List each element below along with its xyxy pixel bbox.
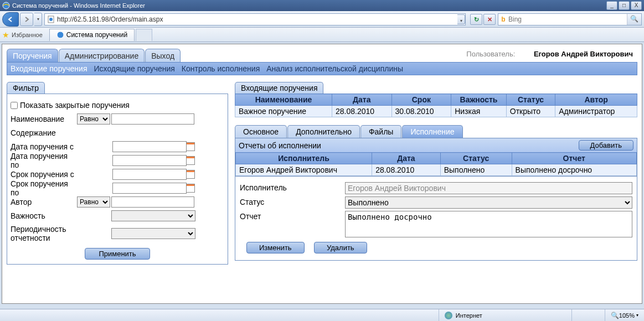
subnav-analysis[interactable]: Анализ исполнительской дисциплины — [266, 64, 403, 73]
refresh-button[interactable]: ↻ — [470, 14, 482, 25]
filter-datefrom-input[interactable] — [112, 141, 187, 152]
recent-pages-dropdown[interactable]: ▾ — [34, 13, 42, 26]
report-label: Отчет — [240, 211, 345, 221]
col-due[interactable]: Срок — [391, 94, 451, 106]
star-icon[interactable]: ★ — [2, 30, 9, 39]
back-button[interactable] — [2, 12, 19, 27]
col-name[interactable]: Наименование — [235, 94, 332, 106]
user-label: Пользователь: — [466, 50, 515, 58]
filter-name-input[interactable] — [111, 113, 194, 125]
zoom-section[interactable]: 🔍 105% ▾ — [605, 309, 644, 321]
status-label: Статус — [240, 196, 345, 206]
table-row[interactable]: Егоров Андрей Викторович 28.08.2010 Выпо… — [236, 164, 637, 176]
table-row[interactable]: Важное поручение 28.08.2010 30.08.2010 Н… — [235, 106, 637, 117]
show-closed-checkbox[interactable] — [11, 102, 18, 109]
favorites-bar: ★ Избранное Система поручений — [0, 28, 644, 42]
search-bar: b 🔍 — [498, 13, 642, 25]
dtab-main[interactable]: Основное — [235, 125, 287, 138]
report-textarea[interactable] — [345, 211, 632, 237]
browser-tab[interactable]: Система поручений — [49, 29, 135, 41]
filter-importance-label: Важность — [11, 211, 77, 220]
orders-table: Наименование Дата Срок Важность Статус А… — [235, 94, 637, 117]
dtab-execution[interactable]: Исполнение — [402, 125, 462, 138]
search-button[interactable]: 🔍 — [627, 14, 641, 25]
url-input[interactable] — [57, 15, 457, 23]
tab-exit[interactable]: Выход — [145, 49, 181, 62]
executor-field — [345, 182, 632, 194]
col-status[interactable]: Статус — [506, 94, 555, 106]
filter-periodicity-label: Периодичность отчетности — [11, 225, 77, 242]
subnav-incoming[interactable]: Входящие поручения — [11, 64, 87, 73]
subnav-control[interactable]: Контроль исполнения — [182, 64, 260, 73]
page-content: Поручения Администрирование Выход Пользо… — [2, 44, 642, 304]
minimize-button[interactable]: _ — [606, 1, 617, 10]
magnifier-icon: 🔍 — [611, 312, 619, 319]
browser-navbar: ▾ ▾ ↻ ✕ b 🔍 — [0, 11, 644, 28]
col-importance[interactable]: Важность — [451, 94, 507, 106]
col-rdate[interactable]: Дата — [372, 153, 441, 164]
report-form: Исполнитель Статус Выполнено Отчет Измен… — [235, 177, 637, 261]
sub-navigation: Входящие поручения Исходящие поручения К… — [7, 62, 637, 75]
ie-icon — [56, 31, 64, 39]
main-tabs: Поручения Администрирование Выход Пользо… — [7, 49, 637, 62]
new-tab-button[interactable] — [136, 29, 152, 41]
favorites-label[interactable]: Избранное — [12, 32, 43, 38]
dtab-additional[interactable]: Дополнительно — [287, 125, 360, 138]
filter-dueto-input[interactable] — [112, 183, 187, 194]
filter-dueto-label: Срок поручения по — [11, 179, 77, 197]
window-title: Система поручений - Windows Internet Exp… — [12, 2, 606, 9]
col-rstatus[interactable]: Статус — [440, 153, 512, 164]
filter-name-op[interactable]: Равно — [77, 113, 110, 125]
calendar-icon[interactable] — [186, 170, 195, 179]
filter-dateto-input[interactable] — [112, 155, 187, 166]
bing-icon: b — [498, 15, 508, 23]
page-icon — [47, 15, 55, 23]
filter-importance-select[interactable] — [111, 210, 195, 221]
ie-icon — [2, 2, 10, 9]
col-date[interactable]: Дата — [332, 94, 391, 106]
delete-button[interactable]: Удалить — [314, 242, 367, 253]
user-name: Егоров Андрей Викторович — [534, 50, 633, 58]
show-closed-label: Показать закрытые поручения — [20, 101, 130, 110]
protected-mode — [571, 309, 605, 321]
chevron-down-icon: ▾ — [636, 313, 638, 318]
apply-filter-button[interactable]: Применить — [85, 248, 150, 260]
add-report-button[interactable]: Добавить — [579, 140, 633, 151]
dtab-files[interactable]: Файлы — [360, 125, 401, 138]
filter-author-op[interactable]: Равно — [77, 196, 110, 208]
col-author[interactable]: Автор — [555, 94, 637, 106]
executor-label: Исполнитель — [240, 182, 345, 192]
filter-content-label: Содержание — [11, 128, 77, 137]
forward-button[interactable] — [20, 13, 33, 26]
url-history-dropdown[interactable]: ▾ — [457, 14, 465, 24]
calendar-icon[interactable] — [186, 142, 195, 151]
filter-duefrom-label: Срок поручения с — [11, 170, 77, 179]
reports-title: Отчеты об исполнении — [239, 141, 321, 150]
status-select[interactable]: Выполнено — [345, 196, 632, 209]
tab-orders[interactable]: Поручения — [7, 49, 58, 62]
filter-author-input[interactable] — [111, 196, 194, 208]
maximize-button[interactable]: □ — [619, 1, 630, 10]
filter-name-label: Наименование — [11, 115, 77, 123]
zone-text: Интернет — [456, 312, 482, 319]
table-header-row: Исполнитель Дата Статус Отчет — [236, 153, 637, 164]
close-button[interactable]: X — [631, 1, 642, 10]
filter-panel-tab: Фильтр — [7, 82, 45, 94]
filter-duefrom-input[interactable] — [112, 169, 187, 180]
search-input[interactable] — [508, 15, 627, 23]
subnav-outgoing[interactable]: Исходящие поручения — [94, 64, 174, 73]
svg-point-2 — [49, 18, 53, 21]
table-header-row: Наименование Дата Срок Важность Статус А… — [235, 94, 637, 106]
status-bar: Интернет 🔍 105% ▾ — [0, 309, 644, 321]
filter-periodicity-select[interactable] — [111, 228, 195, 239]
stop-button[interactable]: ✕ — [483, 14, 496, 25]
col-report[interactable]: Отчет — [512, 153, 636, 164]
calendar-icon[interactable] — [186, 184, 195, 193]
filter-author-label: Автор — [11, 198, 77, 206]
edit-button[interactable]: Изменить — [246, 242, 305, 253]
col-executor[interactable]: Исполнитель — [236, 153, 372, 164]
tab-admin[interactable]: Администрирование — [59, 49, 145, 62]
calendar-icon[interactable] — [186, 156, 195, 165]
arrow-left-icon — [7, 15, 14, 23]
security-zone[interactable]: Интернет — [439, 309, 571, 321]
